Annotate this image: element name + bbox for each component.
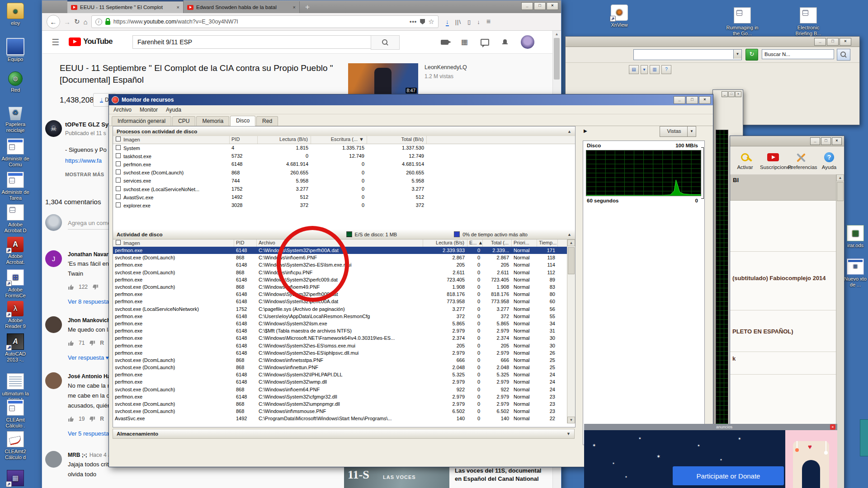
desktop-icon-electronic-briefing-b[interactable]: Electronic Briefing B... bbox=[791, 7, 826, 36]
address-combo[interactable]: ▼ bbox=[633, 49, 742, 60]
messages-icon[interactable] bbox=[481, 39, 489, 46]
processes-section-header[interactable]: Procesos con actividad de disco ▲ bbox=[113, 127, 575, 136]
activity-row[interactable]: svchost.exe (LocalServiceNoNetwork)1752C… bbox=[113, 305, 575, 313]
activity-row[interactable]: perfmon.exe6148C:\Windows\System32\lsm.e… bbox=[113, 320, 575, 327]
sidebar-icon[interactable]: ▯ bbox=[467, 18, 471, 26]
panel-expand-icon[interactable]: ▶ bbox=[584, 128, 587, 133]
minimize-button[interactable]: _ bbox=[674, 96, 685, 104]
commenter-avatar[interactable] bbox=[45, 451, 62, 468]
desktop-icon-cleamt-c-lculo[interactable]: CLEAmt Cálculo . bbox=[1, 399, 30, 428]
minimize-button[interactable]: _ bbox=[814, 38, 826, 46]
scroll-down-icon[interactable]: ▼ bbox=[567, 417, 575, 423]
maximize-button[interactable]: □ bbox=[827, 38, 839, 46]
forward-icon[interactable]: → bbox=[64, 18, 71, 26]
desktop-icon-papelera-reciclaje[interactable]: ♻Papelera reciclaje bbox=[1, 105, 30, 133]
minimize-button[interactable]: _ bbox=[521, 2, 533, 10]
description-link[interactable]: https://www.fa bbox=[65, 157, 102, 164]
desktop-icon-adobe-formsce[interactable]: ⊞Adobe FormsCe bbox=[1, 269, 30, 298]
menu-icon[interactable]: ≡ bbox=[486, 18, 491, 26]
process-row[interactable]: explorer.exe30283720372 bbox=[113, 201, 575, 209]
close-ad-icon[interactable]: × bbox=[830, 424, 835, 430]
search-button[interactable] bbox=[837, 49, 850, 61]
activity-row[interactable]: perfmon.exe6148C:\$Mft (Tabla maestra de… bbox=[113, 327, 575, 334]
close-button[interactable]: × bbox=[699, 96, 711, 104]
related-channel-name[interactable]: LeonKennedyLQ bbox=[425, 64, 467, 70]
commenter-name[interactable]: Jhon Mankovich bbox=[68, 317, 110, 324]
activity-row[interactable]: svchost.exe (DcomLaunch)868C:\Windows\in… bbox=[113, 364, 575, 371]
search-button[interactable] bbox=[371, 35, 400, 50]
tab-memoria[interactable]: Memoria bbox=[196, 116, 229, 126]
new-tab-button[interactable]: + bbox=[300, 1, 315, 13]
process-row[interactable]: System41.8151.335.7151.337.530 bbox=[113, 144, 575, 152]
chevron-down-icon[interactable]: ▾ bbox=[641, 65, 648, 74]
activity-row[interactable]: perfmon.exe6148C:\Windows\System32\es-ES… bbox=[113, 349, 575, 357]
activity-row[interactable]: perfmon.exe6148C:\Windows\System32\perfh… bbox=[113, 291, 575, 298]
commenter-name[interactable]: Jonathan Navarro bbox=[68, 251, 114, 258]
search-input[interactable]: Buscar N... bbox=[762, 49, 834, 59]
commenter-avatar[interactable]: J bbox=[45, 250, 62, 267]
desktop-icon-nuevo-xto-de[interactable]: ≡Nuevo xto de ... bbox=[844, 258, 867, 287]
menu-hamburger-icon[interactable]: ☰ bbox=[52, 37, 59, 47]
menu-item-ayuda[interactable]: Ayuda bbox=[166, 107, 181, 113]
process-row[interactable]: perfmon.exe61484.681.91404.681.914 bbox=[113, 160, 575, 168]
browser-tab-1[interactable]: EEUU - 11 Septiembre " El Complot × bbox=[67, 0, 184, 13]
preview-pane-icon[interactable]: ▥ bbox=[650, 65, 660, 74]
upload-video-icon[interactable] bbox=[441, 40, 448, 45]
process-row[interactable]: svchost.exe (DcomLaunch)868260.6550260.6… bbox=[113, 169, 575, 177]
desktop-icon-red[interactable]: ◍Red bbox=[1, 71, 30, 93]
column-header-lectura-b-s[interactable]: Lectura (B/s) bbox=[423, 239, 467, 247]
close-button[interactable]: × bbox=[735, 91, 741, 97]
activity-scrollbar[interactable]: ▲ ▼ bbox=[567, 239, 575, 423]
chevron-down-icon[interactable]: ▼ bbox=[733, 50, 741, 59]
refresh-icon[interactable]: ↻ bbox=[745, 49, 758, 61]
expand-icon[interactable]: ▼ bbox=[566, 432, 571, 436]
disk-activity-section-header[interactable]: Actividad de disco E/S de disco: 1 MB 0%… bbox=[113, 230, 575, 239]
desktop-icon-autocad-2013[interactable]: AAutoCAD 2013 -.. bbox=[1, 333, 30, 362]
notifications-icon[interactable] bbox=[502, 39, 508, 45]
tracking-protection-icon[interactable] bbox=[420, 19, 425, 24]
desktop-icon-administr-de-comu[interactable]: Administr de Comu bbox=[1, 138, 30, 167]
activity-row[interactable]: perfmon.exe6148C:\Windows\System32\perfc… bbox=[113, 298, 575, 305]
help-icon[interactable]: ? bbox=[661, 65, 671, 74]
library-icon[interactable]: ||\ bbox=[455, 18, 461, 26]
commenter-avatar[interactable] bbox=[45, 372, 62, 389]
scroll-up-icon[interactable]: ▲ bbox=[553, 31, 561, 38]
menu-item-archivo[interactable]: Archivo bbox=[113, 107, 132, 113]
desktop-icon-rummaging-in-the-go[interactable]: Rummaging in the Go... bbox=[725, 7, 760, 36]
bookmark-star-icon[interactable]: ☆ bbox=[428, 18, 434, 26]
collapse-icon[interactable]: ▲ bbox=[567, 129, 571, 134]
reply-button[interactable]: R bbox=[100, 340, 104, 346]
process-row[interactable]: services.exe7445.95805.958 bbox=[113, 177, 575, 185]
views-button[interactable]: Vistas bbox=[660, 126, 689, 137]
tab-disco[interactable]: Disco bbox=[230, 116, 255, 126]
activity-row[interactable]: perfmon.exe6148C:\Users\eloy\AppData\Loc… bbox=[113, 313, 575, 320]
resource-monitor-titlebar[interactable]: Monitor de recursos _ □ × bbox=[109, 94, 713, 105]
tab-red[interactable]: Red bbox=[256, 116, 278, 126]
activity-row[interactable]: perfmon.exe6148C:\Windows\System32\IPHLP… bbox=[113, 371, 575, 378]
activity-row[interactable]: perfmon.exe6148C:\Windows\System32\es-ES… bbox=[113, 342, 575, 349]
account-avatar[interactable] bbox=[521, 35, 534, 49]
desktop-icon-eloy[interactable]: ☻eloy bbox=[1, 3, 30, 26]
column-header-total[interactable]: Total (... bbox=[483, 239, 512, 247]
maximize-button[interactable]: □ bbox=[686, 96, 698, 104]
page-actions-icon[interactable]: ••• bbox=[410, 19, 417, 25]
close-tab-icon[interactable]: × bbox=[177, 5, 179, 10]
collapse-icon[interactable]: ▲ bbox=[567, 232, 571, 237]
channel-name[interactable]: tOPeTE GLZ Sy bbox=[65, 121, 108, 128]
tab-cpu[interactable]: CPU bbox=[172, 116, 195, 126]
commenter-avatar[interactable] bbox=[45, 316, 62, 333]
column-header-lectura-b-s[interactable]: Lectura (B/s) bbox=[258, 136, 311, 144]
desktop-icon-xnview[interactable]: ✺XnView bbox=[602, 5, 637, 28]
commenter-name[interactable]: MRB ;-;Hace 4 añ bbox=[68, 452, 114, 458]
home-icon[interactable]: ⌂ bbox=[84, 18, 88, 26]
commenter-name[interactable]: José Antonio Hac bbox=[68, 373, 113, 380]
reload-icon[interactable]: ↻ bbox=[74, 18, 80, 26]
scrollbar-thumb[interactable] bbox=[554, 38, 560, 80]
desktop-icon-cpuid-cpu-z[interactable]: ▦CPUID CPU-Z bbox=[1, 470, 30, 488]
column-header-pid[interactable]: PID bbox=[234, 239, 257, 247]
close-button[interactable]: × bbox=[832, 137, 842, 145]
views-icon[interactable]: ▤ bbox=[629, 65, 639, 74]
scroll-up-icon[interactable]: ▲ bbox=[836, 174, 844, 181]
view-replies-link[interactable]: Ver 8 respuestas bbox=[68, 298, 112, 305]
downloads-icon[interactable]: ↓ bbox=[446, 18, 449, 26]
